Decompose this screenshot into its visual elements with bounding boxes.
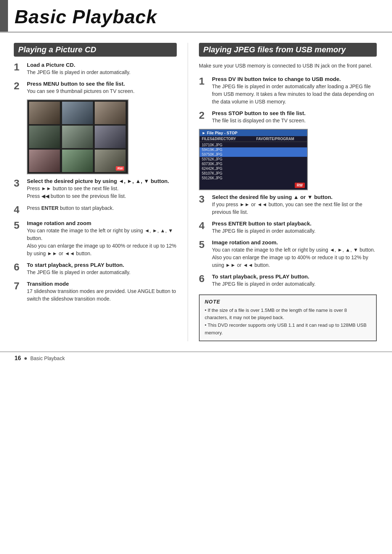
step-5-content: Image rotation and zoom You can rotate t… <box>27 220 177 257</box>
right-step-1-title: Press DV IN button twice to change to US… <box>212 76 377 82</box>
right-step-2-num: 2 <box>199 110 212 121</box>
file-row-6: 58107K.JPG <box>200 171 307 176</box>
file-name-6: 58107K.JPG <box>202 171 256 175</box>
right-step-1-body: The JPEG file is played in order automat… <box>212 83 377 106</box>
left-column: Playing a Picture CD 1 Load a Picture CD… <box>14 43 188 341</box>
file-name-3: 59762K.JPG <box>202 157 256 161</box>
step-7-num: 7 <box>14 281 27 292</box>
step-2: 2 Press MENU button to see the file list… <box>14 81 177 95</box>
footer-page-num: 16 <box>15 355 21 362</box>
step-2-body: You can see 9 thumbnail pictures on TV s… <box>27 87 177 95</box>
col1-header: FILES&DIRECTORY <box>202 137 256 141</box>
file-row-2: 59750K.JPG <box>200 152 307 157</box>
file-row-1: 59419K.JPG <box>200 147 307 152</box>
step-7-title: Transition mode <box>27 281 177 287</box>
right-step-5-content: Image rotation and zoom. You can rotate … <box>212 239 377 269</box>
step-1: 1 Load a Picture CD. The JPEG file is pl… <box>14 62 177 76</box>
file-name-5: 62442K.JPG <box>202 167 256 171</box>
right-step-6-body: The JPEG file is played in order automat… <box>212 280 377 288</box>
thumb-7 <box>29 150 60 172</box>
step-3-num: 3 <box>14 178 27 189</box>
step-3-content: Select the desired picture by using ◄, ►… <box>27 178 177 200</box>
thumb-6 <box>95 126 126 148</box>
file-list-rows: 10710K.JPG 59419K.JPG 59750K.JPG 59762K.… <box>200 142 307 181</box>
file-row-7: 59126K.JPG <box>200 176 307 180</box>
accent-bar <box>0 0 8 32</box>
step-3: 3 Select the desired picture by using ◄,… <box>14 178 177 200</box>
rw-badge: RW <box>295 183 305 188</box>
right-intro: Make sure your USB memory is connected t… <box>199 62 377 70</box>
right-step-2-content: Press STOP button to see th file list. T… <box>212 110 377 125</box>
footer-dot: ● <box>24 355 28 362</box>
left-section-heading: Playing a Picture CD <box>14 43 177 57</box>
step-4: 4 Press ENTER button to start playback. <box>14 204 177 216</box>
note-body: • If the size of a file is over 1.5MB or… <box>205 307 371 337</box>
right-step-3-num: 3 <box>199 194 212 205</box>
step-4-num: 4 <box>14 204 27 216</box>
file-name-0: 10710K.JPG <box>202 143 256 147</box>
step-2-title: Press MENU button to see the file list. <box>27 81 177 87</box>
step-1-body: The JPEG file is played in order automat… <box>27 69 177 76</box>
note-box: NOTE • If the size of a file is over 1.5… <box>199 294 377 341</box>
file-list-columns: FILES&DIRECTORY FAVORITE/PROGRAM <box>200 136 307 142</box>
step-7-body: 17 slideshow transition modes are provid… <box>27 288 177 303</box>
step-5-num: 5 <box>14 220 27 231</box>
file-list-header: ► File Play - STOP <box>200 130 307 136</box>
step-6-title: To start playback, press PLAY button. <box>27 262 177 268</box>
right-step-1-num: 1 <box>199 76 212 87</box>
thumb-4 <box>29 126 60 148</box>
right-step-4-title: Press ENTER button to start playback. <box>212 220 377 227</box>
step-1-content: Load a Picture CD. The JPEG file is play… <box>27 62 177 76</box>
file-row-4: 60730K.JPG <box>200 162 307 166</box>
thumbnail-grid: RW <box>27 99 128 174</box>
thumb-5 <box>62 126 93 148</box>
step-6-body: The JPEG file is played in order automat… <box>27 269 177 276</box>
page-footer: 16 ● Basic Playback <box>0 351 392 364</box>
page-header: Basic Playback <box>0 0 392 33</box>
step-7: 7 Transition mode 17 slideshow transitio… <box>14 281 177 303</box>
step-6-num: 6 <box>14 262 27 273</box>
right-step-2-title: Press STOP button to see th file list. <box>212 110 377 116</box>
file-row-5: 62442K.JPG <box>200 166 307 171</box>
right-step-4: 4 Press ENTER button to start playback. … <box>199 220 377 235</box>
right-step-4-body: The JPEG file is played in order automat… <box>212 227 377 235</box>
right-step-5: 5 Image rotation and zoom. You can rotat… <box>199 239 377 269</box>
step-4-content: Press ENTER button to start playback. <box>27 204 177 212</box>
right-step-4-num: 4 <box>199 220 212 232</box>
step-4-body: Press ENTER button to start playback. <box>27 204 177 212</box>
file-name-2: 59750K.JPG <box>202 152 256 156</box>
step-5-body: You can rotate the image to the left or … <box>27 227 177 257</box>
step-6-content: To start playback, press PLAY button. Th… <box>27 262 177 276</box>
step-3-title: Select the desired picture by using ◄, ►… <box>27 178 177 184</box>
right-step-6-title: To start playback, press PLAY button. <box>212 273 377 280</box>
thumb-2 <box>62 102 93 124</box>
right-step-3-body: If you press ►► or ◄◄ button, you can se… <box>212 201 377 216</box>
thumb-8 <box>62 150 93 172</box>
step-3-body: Press ►► button to see the next file lis… <box>27 185 177 200</box>
right-step-5-num: 5 <box>199 239 212 250</box>
note-line-0: • If the size of a file is over 1.5MB or… <box>205 307 371 322</box>
thumb-badge: RW <box>116 166 124 171</box>
right-step-6-content: To start playback, press PLAY button. Th… <box>212 273 377 288</box>
file-list-screenshot: ► File Play - STOP FILES&DIRECTORY FAVOR… <box>199 129 308 190</box>
right-step-5-body: You can rotate the image to the left or … <box>212 246 377 269</box>
thumb-3 <box>95 102 126 124</box>
file-row-3: 59762K.JPG <box>200 157 307 162</box>
step-5-title: Image rotation and zoom <box>27 220 177 226</box>
col2-header: FAVORITE/PROGRAM <box>256 137 305 141</box>
file-list-header-label: ► File Play - STOP <box>202 131 237 135</box>
file-name-4: 60730K.JPG <box>202 162 256 166</box>
step-5: 5 Image rotation and zoom You can rotate… <box>14 220 177 257</box>
right-step-5-title: Image rotation and zoom. <box>212 239 377 245</box>
step-6: 6 To start playback, press PLAY button. … <box>14 262 177 276</box>
file-row-0: 10710K.JPG <box>200 143 307 147</box>
step-2-content: Press MENU button to see the file list. … <box>27 81 177 95</box>
main-content: Playing a Picture CD 1 Load a Picture CD… <box>0 33 392 351</box>
right-section-heading: Playing JPEG files from USB memory <box>199 43 377 57</box>
footer-section-label: Basic Playback <box>30 355 65 361</box>
right-step-1: 1 Press DV IN button twice to change to … <box>199 76 377 106</box>
right-step-3: 3 Select the desired file by using ▲ or … <box>199 194 377 216</box>
right-step-6: 6 To start playback, press PLAY button. … <box>199 273 377 288</box>
right-step-6-num: 6 <box>199 273 212 285</box>
step-7-content: Transition mode 17 slideshow transition … <box>27 281 177 303</box>
